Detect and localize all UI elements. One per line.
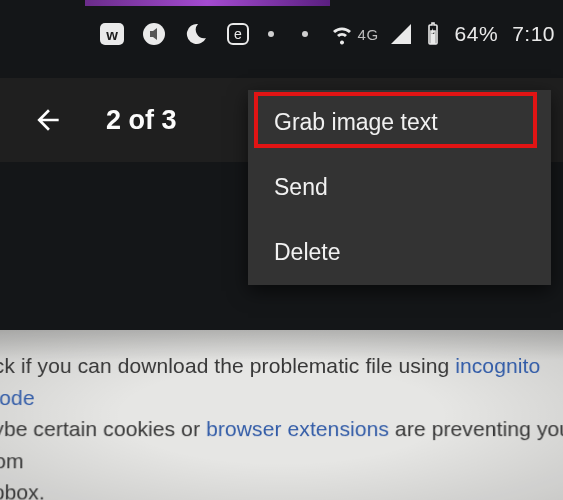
menu-item-send[interactable]: Send: [248, 155, 551, 220]
back-button[interactable]: [26, 98, 70, 142]
dnd-crescent-icon: [184, 22, 208, 46]
battery-percentage: 64%: [455, 22, 499, 46]
w-app-icon: w: [100, 23, 124, 45]
battery-icon: [421, 22, 445, 46]
arrow-left-icon: [32, 104, 64, 136]
notification-dot-icon: [302, 31, 308, 37]
mute-icon: [142, 22, 166, 46]
menu-item-grab-image-text[interactable]: Grab image text: [248, 90, 551, 155]
accent-strip: [85, 0, 330, 6]
signal-icon: [389, 22, 413, 46]
wifi-icon: [330, 22, 354, 46]
svg-text:e: e: [234, 26, 242, 42]
status-bar: w e 4G 64% 7:10: [0, 18, 563, 50]
status-right: 4G 64% 7:10: [302, 22, 563, 46]
network-type-label: 4G: [358, 26, 379, 43]
notification-dot-icon: [268, 31, 274, 37]
overflow-menu: Grab image text Send Delete: [248, 90, 551, 285]
e-app-icon: e: [226, 22, 250, 46]
page-counter: 2 of 3: [106, 105, 177, 136]
menu-item-delete[interactable]: Delete: [248, 220, 551, 285]
preview-paragraph: eck if you can download the problematic …: [0, 350, 563, 500]
clock: 7:10: [512, 22, 555, 46]
status-left: w e: [0, 22, 274, 46]
image-preview[interactable]: eck if you can download the problematic …: [0, 330, 563, 500]
